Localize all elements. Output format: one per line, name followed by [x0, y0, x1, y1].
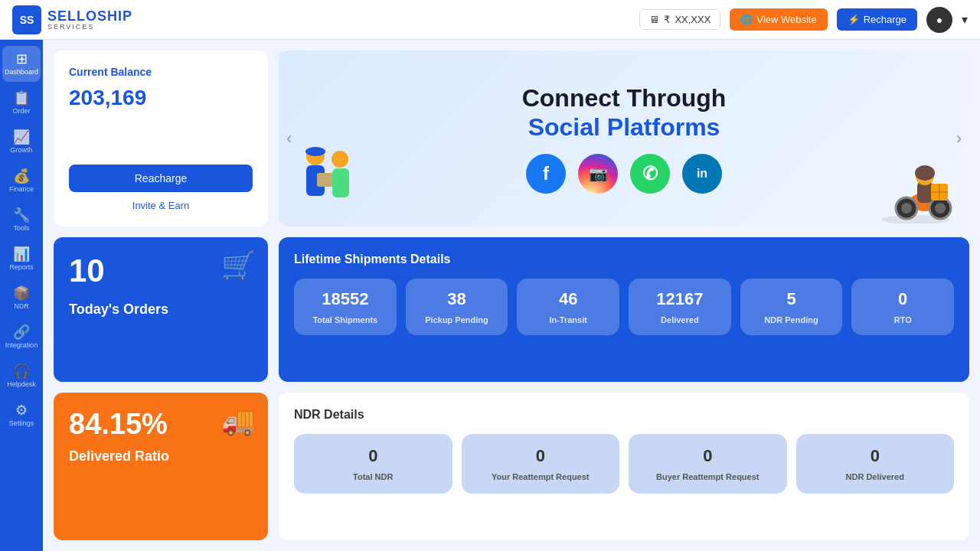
- stat-pickup-pending-value: 38: [447, 289, 466, 309]
- balance-amount: 203,169: [69, 86, 253, 110]
- ndr-total-label: Total NDR: [353, 472, 393, 481]
- ratio-card: 84.15% 🚚 Delivered Ratio: [54, 393, 268, 540]
- stat-rto-value: 0: [898, 289, 907, 309]
- sidebar: ⊞ Dashboard 📋 Order 📈 Growth 💰 Finance 🔧…: [0, 40, 43, 551]
- sidebar-item-reports[interactable]: 📊 Reports: [2, 241, 41, 277]
- stat-delivered-label: Delivered: [661, 315, 699, 324]
- shipments-title: Lifetime Shipments Details: [294, 253, 954, 266]
- balance-pill: 🖥 ₹ XX,XXX: [639, 9, 720, 30]
- svg-point-9: [901, 203, 912, 214]
- invite-earn-link[interactable]: Invite & Earn: [69, 200, 253, 211]
- sidebar-item-order[interactable]: 📋 Order: [2, 85, 41, 121]
- topbar-right: 🖥 ₹ XX,XXX 🌐 View Website ⚡ Recharge ● ▾: [639, 7, 968, 33]
- whatsapp-icon[interactable]: ✆: [630, 154, 670, 194]
- ndr-your-reattempt-label: Your Reattempt Request: [492, 472, 590, 481]
- banner-title: Connect Through: [522, 83, 727, 112]
- svg-rect-2: [317, 173, 334, 187]
- content-area: Current Balance 203,169 Reacharge Invite…: [43, 40, 980, 551]
- sidebar-item-integration[interactable]: 🔗 Integration: [2, 319, 41, 355]
- sidebar-item-dashboard[interactable]: ⊞ Dashboard: [2, 46, 41, 82]
- integration-icon: 🔗: [13, 325, 30, 339]
- logo-name: SELLOSHIP: [47, 9, 132, 23]
- stat-in-transit-value: 46: [559, 289, 577, 309]
- logo-icon: SS: [12, 5, 41, 34]
- banner-next-arrow[interactable]: ›: [956, 129, 962, 148]
- facebook-icon[interactable]: f: [526, 154, 566, 194]
- banner-prev-arrow[interactable]: ‹: [286, 129, 292, 148]
- stat-pickup-pending: 38 Pickup Pending: [406, 279, 508, 335]
- growth-icon: 📈: [13, 130, 30, 144]
- ndr-your-reattempt: 0 Your Reattempt Request: [462, 434, 620, 494]
- sidebar-item-label-tools: Tools: [13, 224, 29, 232]
- finance-icon: 💰: [13, 169, 30, 183]
- reacharge-button[interactable]: Reacharge: [69, 165, 253, 192]
- logo-text-area: SELLOSHIP SERVICES: [47, 9, 132, 31]
- ndr-delivered: 0 NDR Delivered: [796, 434, 955, 494]
- rider-illustration: [877, 147, 954, 223]
- website-icon: 🌐: [740, 14, 753, 25]
- balance-label: Current Balance: [69, 66, 253, 78]
- sidebar-item-finance[interactable]: 💰 Finance: [2, 163, 41, 199]
- stat-rto-label: RTO: [894, 315, 912, 324]
- helpdesk-icon: 🎧: [13, 364, 30, 378]
- truck-icon: 🚚: [221, 405, 256, 437]
- sidebar-item-tools[interactable]: 🔧 Tools: [2, 202, 41, 238]
- orders-label: Today's Orders: [69, 302, 253, 318]
- recharge-button[interactable]: ⚡ Recharge: [837, 8, 917, 31]
- sidebar-item-label-helpdesk: Helpdesk: [7, 380, 36, 388]
- banner-social-icons: f 📷 ✆ in: [522, 154, 727, 194]
- ratio-label: Delivered Ratio: [69, 448, 253, 465]
- view-website-button[interactable]: 🌐 View Website: [730, 8, 827, 31]
- ndr-title: NDR Details: [294, 408, 954, 422]
- ndr-your-reattempt-value: 0: [536, 446, 545, 466]
- ndr-total: 0 Total NDR: [294, 434, 452, 494]
- stat-in-transit-label: In-Transit: [549, 315, 587, 324]
- monitor-icon: 🖥: [649, 14, 659, 25]
- ndr-card: NDR Details 0 Total NDR 0 Your Reattempt…: [279, 393, 969, 540]
- sidebar-item-growth[interactable]: 📈 Growth: [2, 124, 41, 160]
- sidebar-item-label-integration: Integration: [5, 341, 38, 349]
- stat-pickup-pending-label: Pickup Pending: [425, 315, 488, 324]
- stat-total-shipments-label: Total Shipments: [312, 315, 377, 324]
- sidebar-item-helpdesk[interactable]: 🎧 Helpdesk: [2, 358, 41, 394]
- sidebar-item-label-settings: Settings: [9, 419, 34, 427]
- instagram-icon[interactable]: 📷: [578, 154, 618, 194]
- linkedin-icon[interactable]: in: [682, 154, 722, 194]
- shipments-card: Lifetime Shipments Details 18552 Total S…: [279, 237, 969, 382]
- order-icon: 📋: [13, 91, 30, 105]
- stat-total-shipments-value: 18552: [322, 289, 368, 309]
- ndr-delivered-label: NDR Delivered: [846, 472, 904, 481]
- main-layout: ⊞ Dashboard 📋 Order 📈 Growth 💰 Finance 🔧…: [0, 40, 980, 551]
- stat-in-transit: 46 In-Transit: [517, 279, 619, 335]
- dropdown-chevron[interactable]: ▾: [962, 12, 968, 27]
- dashboard-icon: ⊞: [16, 52, 28, 66]
- orders-card: 10 🛒 Today's Orders: [54, 237, 268, 382]
- shipments-stats: 18552 Total Shipments 38 Pickup Pending …: [294, 279, 954, 335]
- ndr-stats: 0 Total NDR 0 Your Reattempt Request 0 B…: [294, 434, 954, 494]
- settings-icon: ⚙: [15, 403, 28, 417]
- ndr-buyer-reattempt-label: Buyer Reattempt Request: [656, 472, 759, 481]
- ndr-total-value: 0: [368, 446, 377, 466]
- rupee-icon: ₹: [664, 14, 670, 25]
- sidebar-item-label-ndr: NDR: [14, 302, 29, 310]
- stat-delivered-value: 12167: [656, 289, 703, 309]
- balance-card: Current Balance 203,169 Reacharge Invite…: [54, 51, 268, 227]
- sidebar-item-label-dashboard: Dashboard: [5, 68, 38, 76]
- avatar[interactable]: ●: [926, 7, 952, 33]
- delivery-person-illustration: [294, 142, 363, 227]
- sidebar-item-label-reports: Reports: [9, 263, 34, 271]
- stat-total-shipments: 18552 Total Shipments: [294, 279, 397, 335]
- stat-ndr-pending-label: NDR Pending: [764, 315, 818, 324]
- ndr-icon: 📦: [13, 286, 30, 300]
- cart-icon: 🛒: [221, 249, 256, 282]
- sidebar-item-ndr[interactable]: 📦 NDR: [2, 280, 41, 316]
- logo-sub: SERVICES: [47, 23, 132, 31]
- recharge-label: Recharge: [864, 14, 906, 25]
- sidebar-item-settings[interactable]: ⚙ Settings: [2, 397, 41, 433]
- sidebar-item-label-finance: Finance: [9, 185, 34, 193]
- reports-icon: 📊: [13, 247, 30, 261]
- lightning-icon: ⚡: [848, 14, 860, 25]
- svg-rect-5: [332, 168, 349, 197]
- sidebar-item-label-order: Order: [12, 107, 30, 115]
- stat-ndr-pending: 5 NDR Pending: [740, 279, 843, 335]
